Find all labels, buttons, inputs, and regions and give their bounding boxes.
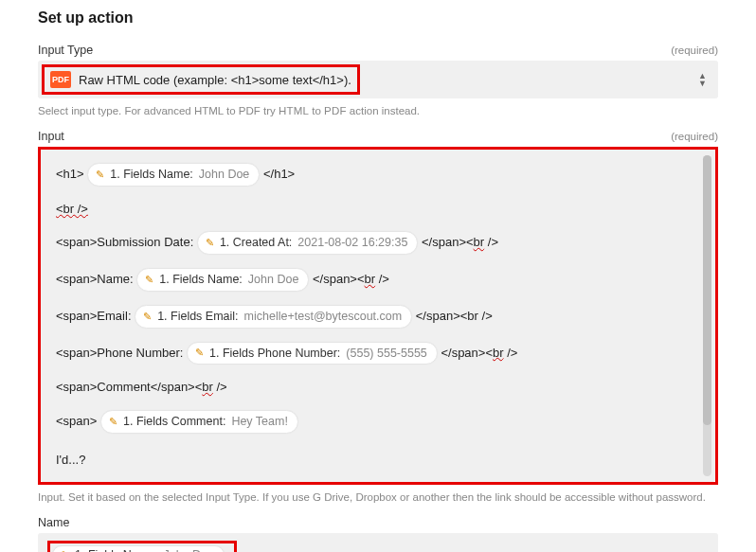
input-editor[interactable]: <h1> ✎ 1. Fields Name: John Doe </h1> <b… (41, 150, 715, 482)
token-fields-name-2[interactable]: ✎ 1. Fields Name: John Doe (136, 268, 309, 292)
input-required: (required) (671, 131, 718, 142)
field-icon: ✎ (109, 417, 117, 427)
input-field: Input (required) <h1> ✎ 1. Fields Name: … (38, 130, 718, 505)
token-fields-comment[interactable]: ✎ 1. Fields Comment: Hey Team! (100, 410, 298, 434)
input-label: Input (38, 130, 64, 143)
field-icon: ✎ (145, 275, 153, 285)
highlight-box-input-type: PDF Raw HTML code (example: <h1>some tex… (42, 64, 360, 95)
token-fields-email[interactable]: ✎ 1. Fields Email: michelle+test@bytesco… (135, 305, 412, 329)
name-field-block: Name ✎ 1. Fields Name: John Doe (38, 516, 718, 552)
name-label: Name (38, 516, 69, 529)
token-fields-phone[interactable]: ✎ 1. Fields Phone Number: (555) 555-5555 (187, 342, 438, 365)
input-type-required: (required) (671, 45, 718, 56)
highlight-box-input: <h1> ✎ 1. Fields Name: John Doe </h1> <b… (38, 147, 718, 485)
token-created-at[interactable]: ✎ 1. Created At: 2021-08-02 16:29:35 (197, 231, 419, 255)
field-icon: ✎ (206, 238, 214, 248)
input-type-helper: Select input type. For advanced HTML to … (38, 103, 718, 118)
token-fields-name[interactable]: ✎ 1. Fields Name: John Doe (87, 163, 260, 187)
select-arrows-icon: ▲▼ (698, 72, 707, 87)
highlight-box-name: ✎ 1. Fields Name: John Doe (47, 541, 237, 552)
input-type-field: Input Type (required) PDF Raw HTML code … (38, 44, 718, 118)
field-icon: ✎ (96, 169, 104, 180)
scrollbar-thumb[interactable] (703, 155, 711, 425)
field-icon: ✎ (143, 312, 152, 322)
field-icon: ✎ (195, 347, 204, 358)
input-helper: Input. Set it based on the selected Inpu… (38, 490, 718, 505)
token-name-fields-name[interactable]: ✎ 1. Fields Name: John Doe (52, 545, 225, 552)
scrollbar[interactable] (703, 155, 711, 476)
input-type-value: Raw HTML code (example: <h1>some text</h… (79, 73, 351, 87)
input-type-select[interactable]: PDF Raw HTML code (example: <h1>some tex… (38, 61, 718, 98)
name-input[interactable]: ✎ 1. Fields Name: John Doe (38, 533, 718, 552)
input-type-label: Input Type (38, 44, 93, 57)
page-title: Set up action (38, 9, 718, 27)
pdf-icon: PDF (50, 71, 71, 88)
setup-action-panel: Set up action Input Type (required) PDF … (0, 0, 756, 552)
